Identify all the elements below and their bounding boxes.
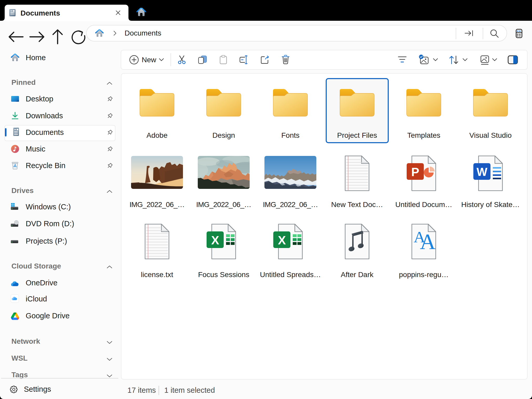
svg-text:P: P bbox=[411, 165, 419, 179]
svg-text:W: W bbox=[476, 166, 487, 178]
svg-text:X: X bbox=[278, 233, 286, 247]
svg-text:X: X bbox=[211, 233, 219, 247]
